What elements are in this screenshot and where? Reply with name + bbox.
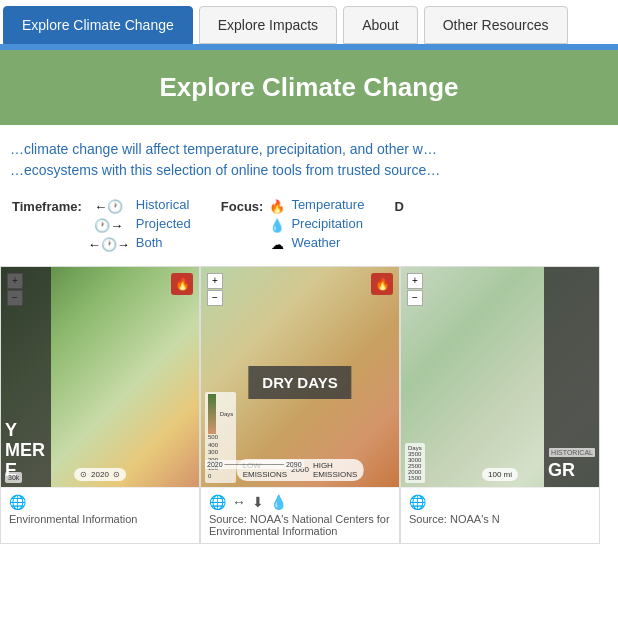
precipitation-icon: 💧 bbox=[269, 218, 285, 235]
card-1-slider-year: 2020 bbox=[91, 470, 109, 479]
download-icon-2: ⬇ bbox=[252, 494, 264, 510]
card-3-slider[interactable]: 100 mi bbox=[482, 468, 518, 481]
navigation: Explore Climate Change Explore Impacts A… bbox=[0, 0, 618, 47]
filter-both[interactable]: Both bbox=[136, 235, 191, 252]
card-1-slider-right: ⊙ bbox=[113, 470, 120, 479]
card-3-zoom-out[interactable]: − bbox=[407, 290, 423, 306]
card-1-legend: 30k bbox=[5, 472, 22, 483]
focus-items: Temperature Precipitation Weather bbox=[291, 197, 364, 252]
card-2: + − Days5004003002001000 LOW EMISSIONS 2… bbox=[200, 266, 400, 544]
historical-icon: ←🕐 bbox=[94, 199, 123, 216]
temperature-icon: 🔥 bbox=[269, 199, 285, 216]
page-description: …climate change will affect temperature,… bbox=[0, 125, 618, 189]
card-1-slider[interactable]: ⊙ 2020 ⊙ bbox=[74, 468, 126, 481]
filters-bar: Timeframe: ←🕐 🕐→ ←🕐→ Historical Projecte… bbox=[0, 189, 618, 266]
card-3-scale: 100 mi bbox=[488, 470, 512, 479]
card-1-source: Environmental Information bbox=[9, 513, 191, 525]
card-2-source: Source: NOAA's National Centers for Envi… bbox=[209, 513, 391, 537]
globe-icon-1: 🌐 bbox=[9, 494, 26, 510]
page-banner: Explore Climate Change bbox=[0, 50, 618, 125]
card-2-fire-icon: 🔥 bbox=[371, 273, 393, 295]
card-2-legend: Days5004003002001000 bbox=[205, 392, 236, 483]
both-arrow-icon-2: ↔ bbox=[232, 494, 246, 510]
timeframe-label: Timeframe: bbox=[12, 199, 82, 214]
card-3-zoom: + − bbox=[407, 273, 423, 306]
card-3: + − GR HISTORICAL Days350030002500200015… bbox=[400, 266, 600, 544]
card-3-map[interactable]: + − GR HISTORICAL Days350030002500200015… bbox=[401, 267, 599, 487]
display-label: D bbox=[394, 199, 403, 214]
nav-other-resources[interactable]: Other Resources bbox=[424, 6, 568, 44]
card-3-legend: Days35003000250020001500 bbox=[405, 443, 425, 483]
filter-projected[interactable]: Projected bbox=[136, 216, 191, 233]
card-1-left-overlay: YMERE bbox=[1, 267, 51, 487]
filter-precipitation[interactable]: Precipitation bbox=[291, 216, 364, 233]
card-3-footer-icons: 🌐 bbox=[409, 494, 591, 510]
filter-temperature[interactable]: Temperature bbox=[291, 197, 364, 214]
cards-grid: + − YMERE 30k ⊙ 2020 ⊙ 🔥 🌐 Environmental… bbox=[0, 266, 618, 544]
card-1-map[interactable]: + − YMERE 30k ⊙ 2020 ⊙ 🔥 bbox=[1, 267, 199, 487]
focus-filter: Focus: 🔥 💧 ☁ Temperature Precipitation W… bbox=[221, 197, 365, 254]
weather-icon: ☁ bbox=[271, 237, 284, 254]
card-3-footer: 🌐 Source: NOAA's N bbox=[401, 487, 599, 531]
card-2-overlay-label: DRY DAYS bbox=[248, 366, 351, 399]
globe-icon-2: 🌐 bbox=[209, 494, 226, 510]
card-1-fire-icon: 🔥 bbox=[171, 273, 193, 295]
display-filter: D bbox=[394, 197, 403, 214]
card-3-source: Source: NOAA's N bbox=[409, 513, 591, 525]
page-title: Explore Climate Change bbox=[10, 72, 608, 103]
projected-icon: 🕐→ bbox=[94, 218, 123, 235]
timeframe-icons: ←🕐 🕐→ ←🕐→ bbox=[88, 199, 130, 254]
focus-icons: 🔥 💧 ☁ bbox=[269, 199, 285, 254]
both-icon: ←🕐→ bbox=[88, 237, 130, 254]
nav-about[interactable]: About bbox=[343, 6, 418, 44]
card-1-slider-left: ⊙ bbox=[80, 470, 87, 479]
card-1-footer-icons: 🌐 bbox=[9, 494, 191, 510]
card-2-zoom-in[interactable]: + bbox=[207, 273, 223, 289]
card-1: + − YMERE 30k ⊙ 2020 ⊙ 🔥 🌐 Environmental… bbox=[0, 266, 200, 544]
filter-historical[interactable]: Historical bbox=[136, 197, 191, 214]
card-2-zoom: + − bbox=[207, 273, 223, 306]
card-2-year-label: 2020 ──────────── 2090 bbox=[205, 460, 304, 469]
card-3-map-bg: + − GR HISTORICAL Days350030002500200015… bbox=[401, 267, 599, 487]
drop-icon-2: 💧 bbox=[270, 494, 287, 510]
filter-weather[interactable]: Weather bbox=[291, 235, 364, 252]
card-3-overlay-text: GR bbox=[548, 461, 595, 481]
card-2-footer: 🌐 ↔ ⬇ 💧 Source: NOAA's National Centers … bbox=[201, 487, 399, 543]
card-3-zoom-in[interactable]: + bbox=[407, 273, 423, 289]
card-2-map[interactable]: + − Days5004003002001000 LOW EMISSIONS 2… bbox=[201, 267, 399, 487]
nav-explore-impacts[interactable]: Explore Impacts bbox=[199, 6, 337, 44]
timeframe-filter: Timeframe: ←🕐 🕐→ ←🕐→ Historical Projecte… bbox=[12, 197, 191, 254]
card-2-zoom-out[interactable]: − bbox=[207, 290, 223, 306]
description-text: …climate change will affect temperature,… bbox=[10, 141, 440, 178]
card-1-footer: 🌐 Environmental Information bbox=[1, 487, 199, 531]
card-3-hist-label: HISTORICAL bbox=[549, 448, 595, 457]
card-1-map-bg: + − YMERE 30k ⊙ 2020 ⊙ bbox=[1, 267, 199, 487]
globe-icon-3: 🌐 bbox=[409, 494, 426, 510]
timeframe-items: Historical Projected Both bbox=[136, 197, 191, 252]
focus-label: Focus: bbox=[221, 199, 264, 214]
nav-explore-climate[interactable]: Explore Climate Change bbox=[3, 6, 193, 44]
card-2-high: HIGH EMISSIONS bbox=[313, 461, 357, 479]
card-2-footer-icons: 🌐 ↔ ⬇ 💧 bbox=[209, 494, 391, 510]
